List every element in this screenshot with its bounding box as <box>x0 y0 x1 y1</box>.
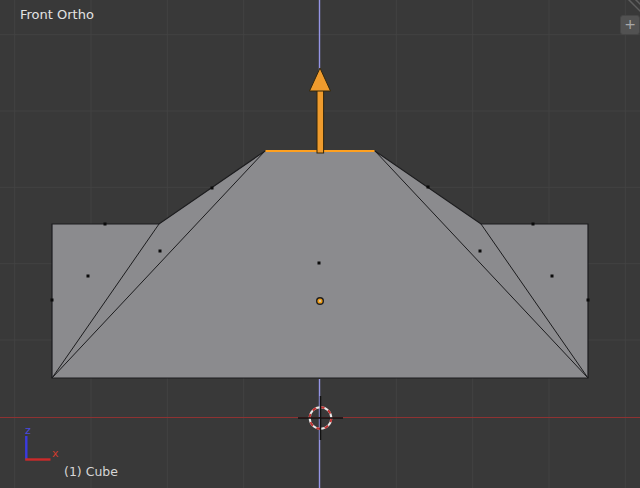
gizmo-z-arrow-head[interactable] <box>310 68 331 91</box>
mini-axis-z-label: z <box>25 424 31 437</box>
origin-marker <box>319 300 321 302</box>
viewport-3d[interactable]: Front Ortho (1) Cube z x + <box>0 0 640 488</box>
active-object-label: (1) Cube <box>64 464 118 479</box>
face-dot[interactable] <box>427 186 430 189</box>
face-dot[interactable] <box>104 223 107 226</box>
face-dot[interactable] <box>87 275 90 278</box>
face-dot[interactable] <box>318 262 321 265</box>
face-dot[interactable] <box>587 299 590 302</box>
expand-region-button[interactable]: + <box>620 15 640 35</box>
face-dot[interactable] <box>51 299 54 302</box>
face-dot[interactable] <box>479 250 482 253</box>
view-name-label: Front Ortho <box>20 7 94 22</box>
face-dot[interactable] <box>532 223 535 226</box>
face-dot[interactable] <box>159 250 162 253</box>
face-dot[interactable] <box>211 187 214 190</box>
face-dot[interactable] <box>551 275 554 278</box>
mini-axis-x-label: x <box>52 447 59 460</box>
gizmo-z-arrow-shaft[interactable] <box>317 89 324 153</box>
corner-split-widget <box>635 0 640 5</box>
scene-svg <box>0 0 640 488</box>
